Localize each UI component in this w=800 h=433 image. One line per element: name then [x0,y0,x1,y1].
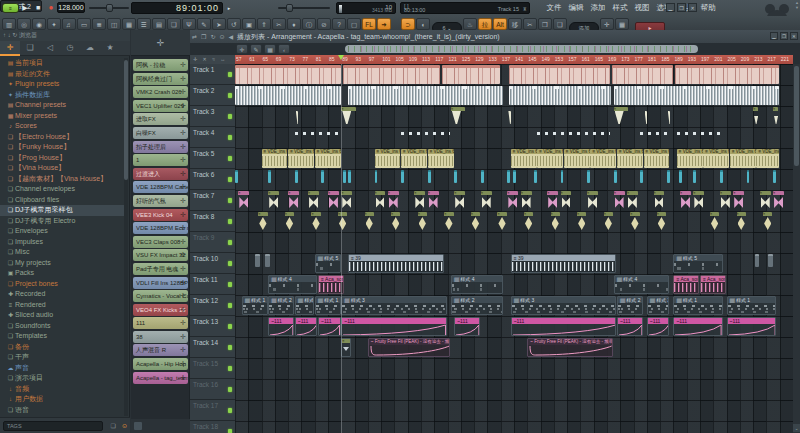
picker-item-add-icon[interactable]: ✛ [180,372,186,384]
clip-audio[interactable] [442,65,500,84]
clip-automation[interactable]: ~111 [511,317,617,336]
picker-item-add-icon[interactable]: ✛ [180,290,186,302]
browser-item-8[interactable]: ❏【Funky House】 [0,142,124,153]
clip-audio[interactable] [255,254,260,267]
shortcuts-icon[interactable]: ✦ [47,18,61,30]
picker-item-20[interactable]: 38✛ [133,331,188,343]
plugin-picker-icon[interactable]: ♦ [287,18,301,30]
paste-tool-icon[interactable]: ❏ [553,18,567,30]
master-volume-knob[interactable]: ◉ [32,18,46,30]
track-header-17[interactable]: Track 17 [190,400,235,421]
clip-automation[interactable]: ≡ [341,338,350,357]
clip-pattern[interactable]: ▦ 样式 3 [511,296,617,315]
track-mute-led[interactable] [228,177,232,182]
crosshair-tool-icon[interactable]: ✛ [600,18,614,30]
picker-item-add-icon[interactable]: ✛ [180,86,186,98]
picker-item-add-icon[interactable]: ✛ [180,344,186,356]
picker-item-7[interactable]: 1✛ [133,154,188,166]
clip-pattern[interactable]: ▦ 样式 2 [451,296,503,315]
clip-fx-diamond[interactable]: ≡ [497,212,506,231]
picker-item-add-icon[interactable]: ✛ [180,195,186,207]
track-header-5[interactable]: Track 5 [190,148,235,169]
track-header-6[interactable]: Track 6 [190,169,235,190]
clip-audio[interactable] [612,65,673,84]
browser-item-12[interactable]: ❏Channel envelopes [0,184,124,195]
picker-item-12[interactable]: VDE 128BPM Eco no..✛ [133,222,188,234]
shuttle-slider[interactable] [89,7,129,9]
clip-fx-diamond[interactable]: ≡ [737,212,746,231]
picker-item-4[interactable]: 进取FX✛ [133,113,188,125]
clip-fx[interactable]: ≡ [753,107,758,126]
tab-sounds[interactable]: ◁ [40,41,60,56]
browser-item-1[interactable]: ▤最近的文件 [0,69,124,80]
clip-fx[interactable] [295,111,298,126]
clip-audio[interactable] [747,170,750,183]
clip-fx[interactable]: ≡ [451,107,465,126]
picker-item-17[interactable]: Cymatics - Vocal Cu..✛ [133,290,188,302]
track-mute-led[interactable] [228,429,232,433]
browser-item-2[interactable]: ✦Plugin presets [0,79,124,90]
browser-item-3[interactable]: ✦插件数据库 [0,90,124,101]
windows-icon[interactable]: ❐ [201,34,206,40]
clip-audio[interactable]: ≡ VDE_ins 6 [537,149,563,168]
picker-item-add-icon[interactable]: ✛ [180,358,186,370]
clip-fx-crash[interactable]: ≡ [268,191,279,210]
clip-audio[interactable] [235,170,238,183]
panic-icon[interactable]: ⊘ [317,18,331,30]
link-icon[interactable]: ⊃ [401,18,415,30]
clip-fx-diamond[interactable]: ≡ [471,212,480,231]
browser-item-23[interactable]: ≡Rendered [0,300,124,311]
clip-fx-crash[interactable]: ≡ [414,191,425,210]
browser-item-26[interactable]: ❏Templates [0,331,124,342]
clip-audio[interactable]: ≡ VDE_ins 6 [401,149,427,168]
clip-audio[interactable] [268,170,271,183]
clip-audio[interactable] [755,254,760,267]
browser-item-27[interactable]: ❏备份 [0,342,124,353]
clip-audio[interactable]: ≡ VDE_ins 6 [375,149,401,168]
clip-audio[interactable] [348,86,503,105]
export-icon[interactable]: ⇑ [257,18,271,30]
clip-fx-crash[interactable]: ≡ [654,191,665,210]
picker-item-add-icon[interactable]: ✛ [180,73,186,85]
track-mute-led[interactable] [228,219,232,224]
browser-item-25[interactable]: ❏Soundfonts [0,321,124,332]
slice-tool-icon[interactable]: ✂ [523,18,537,30]
picker-item-add-icon[interactable]: ✛ [180,113,186,125]
time-mode-arrow[interactable]: ▸ [223,2,235,14]
track-header-7[interactable]: Track 7 [190,190,235,211]
clip-fx-crash[interactable]: ≡ [238,191,249,210]
track-mute-led[interactable] [228,72,232,77]
picker-item-add-icon[interactable]: ✛ [180,277,186,289]
clip-audio[interactable] [509,65,609,84]
pl-draw-tool-icon[interactable]: ✛ [236,44,248,54]
snap-magnet-icon[interactable]: ◖ [416,18,430,30]
tab-all[interactable]: ✛ [0,41,20,56]
clip-fx-diamond[interactable]: ≡ [418,212,427,231]
clip-audio[interactable]: ≡ VDE_ins 6 [644,149,670,168]
pattern-spinner[interactable]: ▲▼ [795,0,799,10]
menu-item-2[interactable]: 添加 [591,3,606,12]
clip-audio[interactable]: ≡ 39 [511,254,617,273]
clip-pattern[interactable]: ▦ 样式 5 [315,254,341,273]
browser-item-13[interactable]: ❏Clipboard files [0,195,124,206]
clip-audio[interactable] [534,170,537,183]
clip-fx-crash[interactable]: ≡ [375,191,386,210]
clip-audio[interactable] [343,170,346,183]
clip-fx-diamond[interactable]: ≡ [604,212,613,231]
clip-fx-diamond[interactable]: ≡ [763,212,772,231]
playlist-window-control-2[interactable]: ✕ [790,32,798,40]
browser-item-29[interactable]: ☁声音 [0,363,124,374]
picker-item-add-icon[interactable]: ✛ [180,59,186,71]
clip-audio[interactable] [321,170,324,183]
track-header-15[interactable]: Track 15 [190,358,235,379]
clip-pattern[interactable]: ▦ 样式 2 [617,296,643,315]
browser-item-0[interactable]: ▤当前项目 [0,58,124,69]
track-header-1[interactable]: Track 1 [190,64,235,85]
clip-pattern-dots[interactable] [677,128,723,147]
clip-audio[interactable] [235,86,341,105]
clip-fx-diamond[interactable]: ≡ [444,212,453,231]
clip-fx-diamond[interactable]: ≡ [391,212,400,231]
browser-item-5[interactable]: ▦Mixer presets [0,111,124,122]
picker-item-add-icon[interactable]: ✛ [180,181,186,193]
picker-item-1[interactable]: 阿枫经典过门✛ [133,73,188,85]
